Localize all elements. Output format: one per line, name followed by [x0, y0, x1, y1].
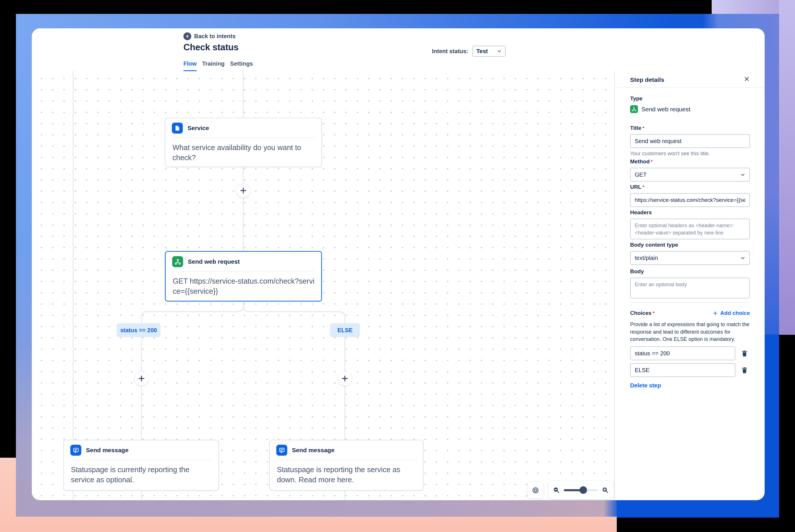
- choice-input-2[interactable]: [630, 363, 735, 377]
- add-step-button[interactable]: [338, 372, 352, 385]
- choices-header: Choices* Add choice: [630, 310, 750, 316]
- choices-description: Provide a list of expressions that going…: [630, 321, 750, 343]
- recenter-button[interactable]: [528, 482, 543, 498]
- choice-row: [630, 346, 750, 360]
- zoom-toolbar: [548, 481, 614, 499]
- panel-divider: [615, 88, 765, 88]
- tab-flow[interactable]: Flow: [183, 60, 197, 71]
- chevron-down-icon: [740, 172, 745, 177]
- choice-input-1[interactable]: [630, 346, 735, 360]
- type-value: Send web request: [641, 106, 690, 113]
- panel-title: Step details: [630, 76, 664, 83]
- connector-lines: [32, 71, 614, 500]
- node-body-text: Statuspage is currently reporting the se…: [64, 460, 218, 490]
- type-label: Type: [630, 95, 643, 101]
- required-marker: *: [643, 185, 644, 190]
- title-field: Title* Your customers won't see this tit…: [630, 125, 750, 157]
- title-label: Title: [630, 125, 641, 131]
- url-label: URL: [630, 184, 641, 190]
- body-field: Body: [630, 268, 750, 300]
- type-field: Type Send web request: [630, 95, 750, 113]
- screenshot-stage: Back to intents Check status Intent stat…: [0, 0, 795, 532]
- close-icon[interactable]: ✕: [744, 76, 750, 83]
- branch-chip-else[interactable]: ELSE: [330, 323, 360, 337]
- plus-icon: [240, 187, 247, 194]
- node-service-header: Service: [165, 118, 321, 137]
- tab-bar: Flow Training Settings: [183, 60, 253, 71]
- chat-icon: [70, 445, 81, 456]
- method-label: Method: [630, 158, 650, 165]
- chevron-down-icon: [497, 49, 502, 54]
- app-window: Back to intents Check status Intent stat…: [32, 28, 765, 500]
- required-marker: *: [643, 126, 644, 131]
- add-choice-label: Add choice: [720, 310, 750, 316]
- body-textarea[interactable]: [630, 278, 750, 298]
- body-content-type-value: text/plain: [635, 255, 658, 261]
- tab-settings[interactable]: Settings: [230, 60, 253, 71]
- bullseye-icon: [532, 487, 539, 494]
- node-header: Send message: [64, 440, 218, 459]
- zoom-slider[interactable]: [564, 486, 598, 494]
- node-title: Send message: [86, 447, 128, 454]
- magnifier-minus-icon[interactable]: [553, 486, 560, 494]
- title-helper-text: Your customers won't see this title.: [630, 151, 750, 157]
- tab-training[interactable]: Training: [202, 60, 225, 71]
- add-step-button[interactable]: [134, 372, 148, 385]
- node-send-message-right[interactable]: Send message Statuspage is reporting the…: [269, 440, 424, 491]
- title-input[interactable]: [630, 134, 750, 148]
- trash-icon[interactable]: [741, 366, 748, 374]
- back-label: Back to intents: [194, 33, 236, 40]
- method-value: GET: [635, 171, 647, 178]
- body-content-type-label: Body content type: [630, 242, 678, 248]
- headers-field: Headers: [630, 209, 750, 241]
- node-service[interactable]: Service What service availability do you…: [165, 118, 322, 167]
- branch-chip-status-200[interactable]: status == 200: [116, 323, 161, 337]
- node-body-text: What service availability do you want to…: [165, 138, 321, 168]
- document-icon: [172, 122, 183, 134]
- node-title: Service: [187, 125, 209, 132]
- zoom-slider-thumb[interactable]: [579, 486, 587, 494]
- headers-textarea[interactable]: [630, 218, 750, 240]
- trash-icon[interactable]: [741, 349, 748, 357]
- intent-status-value: Test: [477, 48, 488, 55]
- plus-icon: [138, 375, 145, 382]
- choices-label: Choices: [630, 310, 651, 316]
- node-body-text: GET https://service-status.com/check?ser…: [166, 271, 321, 302]
- required-marker: *: [651, 159, 653, 164]
- chat-icon: [276, 445, 287, 456]
- node-send-message-left[interactable]: Send message Statuspage is currently rep…: [63, 440, 219, 491]
- webhook-icon: [630, 105, 638, 113]
- back-arrow-icon: [183, 32, 191, 40]
- add-step-button[interactable]: [236, 184, 250, 197]
- add-choice-button[interactable]: Add choice: [713, 310, 750, 316]
- required-marker: *: [653, 311, 654, 316]
- method-select[interactable]: GET: [630, 168, 750, 182]
- headers-label: Headers: [630, 209, 652, 215]
- choice-row: [630, 363, 750, 377]
- flow-canvas[interactable]: Service What service availability do you…: [32, 71, 614, 500]
- webhook-icon: [172, 256, 183, 267]
- intent-status-group: Intent status: Test: [432, 46, 506, 57]
- node-header: Send message: [270, 440, 423, 459]
- url-input[interactable]: [630, 193, 750, 207]
- node-send-web-request[interactable]: Send web request GET https://service-sta…: [165, 251, 322, 302]
- intent-status-label: Intent status:: [432, 48, 468, 55]
- intent-status-select[interactable]: Test: [473, 46, 506, 57]
- node-title: Send web request: [188, 258, 240, 265]
- body-label: Body: [630, 268, 644, 274]
- frame-purple-column: [779, 0, 795, 335]
- node-body-text: Statuspage is reporting the service as d…: [270, 460, 423, 490]
- url-field: URL*: [630, 184, 750, 207]
- body-content-type-select[interactable]: text/plain: [630, 251, 750, 265]
- step-details-panel: Step details ✕ Type Send web request Tit…: [614, 71, 765, 500]
- plus-icon: [341, 375, 349, 382]
- magnifier-plus-icon[interactable]: [602, 486, 609, 494]
- page-header: Back to intents Check status Intent stat…: [32, 28, 765, 72]
- node-title: Send message: [292, 447, 334, 454]
- method-field: Method* GET: [630, 158, 750, 182]
- body-content-type-field: Body content type text/plain: [630, 242, 750, 265]
- section-divider: [630, 302, 750, 303]
- delete-step-link[interactable]: Delete step: [630, 382, 750, 389]
- back-to-intents-button[interactable]: Back to intents: [183, 32, 236, 40]
- plus-icon: [713, 310, 718, 316]
